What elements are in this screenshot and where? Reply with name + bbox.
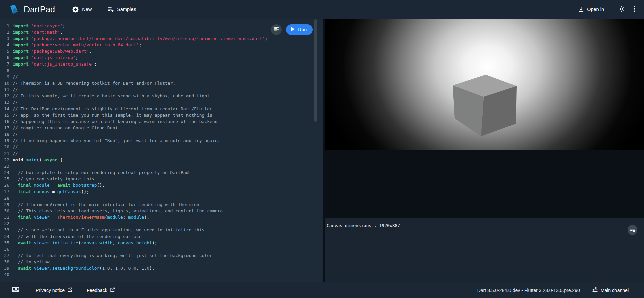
line-number: 5	[0, 48, 13, 54]
dartpad-logo-icon	[8, 3, 20, 16]
code-text: //	[13, 99, 18, 105]
code-line[interactable]: 33 // since we're not in a Flutter appli…	[0, 227, 323, 233]
code-text: import 'package:thermion_dart/thermion_d…	[13, 35, 267, 42]
code-line[interactable]: 38 // to yellow	[0, 259, 323, 265]
code-text: final module = await bootstrap();	[13, 182, 105, 188]
code-line[interactable]: 22void main() async {	[0, 157, 323, 163]
code-line[interactable]: 6import 'dart:js_interop';	[0, 54, 323, 61]
line-number: 23	[0, 163, 13, 169]
code-line[interactable]: 23	[0, 163, 323, 169]
code-line[interactable]: 10// Thermion is a 3D rendering toolkit …	[0, 80, 323, 86]
clear-console-icon	[630, 227, 635, 233]
code-line[interactable]: 21//	[0, 150, 323, 157]
feedback-label: Feedback	[87, 288, 107, 293]
code-line[interactable]: 31 final viewer = ThermionViewerWasm(mod…	[0, 214, 323, 220]
code-text: //	[13, 86, 18, 93]
code-line[interactable]: 18//	[0, 131, 323, 137]
code-line[interactable]: 14// The DartPad environment is slightly…	[0, 105, 323, 112]
channel-selector-button[interactable]: Main channel	[591, 285, 629, 296]
line-number: 7	[0, 61, 13, 67]
line-number: 24	[0, 169, 13, 176]
code-line[interactable]: 37 // to test that everything is working…	[0, 252, 323, 259]
code-text: import 'dart:async';	[13, 23, 65, 29]
code-line[interactable]: 36	[0, 246, 323, 252]
code-text: //	[13, 144, 18, 150]
code-line[interactable]: 17// compiler running on Google Cloud Ru…	[0, 125, 323, 131]
run-button[interactable]: Run	[286, 24, 313, 35]
kebab-menu-icon	[634, 6, 635, 13]
code-text: final viewer = ThermionViewerWasm(module…	[13, 214, 149, 220]
feedback-link[interactable]: Feedback	[86, 285, 115, 295]
code-text: await viewer.initialize(canvas.width, ca…	[13, 240, 157, 246]
code-text: // since we're not in a Flutter applicat…	[13, 227, 204, 233]
code-text: import 'dart:js_interop';	[13, 54, 78, 61]
code-line[interactable]: 35 await viewer.initialize(canvas.width,…	[0, 240, 323, 246]
playlist-add-icon	[107, 7, 114, 12]
code-line[interactable]: 27 final canvas = getCanvas();	[0, 188, 323, 195]
privacy-notice-link[interactable]: Privacy notice	[35, 285, 73, 295]
code-text: // compiler running on Google Cloud Run)…	[13, 125, 120, 131]
code-line[interactable]: 40	[0, 271, 323, 278]
code-line[interactable]: 7import 'dart:js_interop_unsafe';	[0, 61, 323, 67]
overflow-menu-button[interactable]	[631, 3, 638, 16]
code-line[interactable]: 32	[0, 220, 323, 227]
open-in-button[interactable]: Open in	[575, 4, 607, 15]
keyboard-shortcuts-button[interactable]	[10, 285, 21, 296]
code-text: // you can safely ignore this	[13, 176, 94, 182]
line-number: 40	[0, 271, 13, 278]
output-panel: Canvas dimensions : 644x298	[325, 19, 644, 282]
code-text: import 'dart:math';	[13, 29, 63, 35]
new-button[interactable]: New	[69, 4, 95, 15]
external-link-icon	[67, 287, 72, 293]
code-editor-panel: 1import 'dart:async';2import 'dart:math'…	[0, 19, 323, 282]
code-line[interactable]: 12// In this sample, we'll create a basi…	[0, 93, 323, 99]
code-line[interactable]: 8	[0, 67, 323, 74]
top-bar-actions: Open in	[575, 3, 638, 16]
code-text: import 'package:web/web.dart';	[13, 48, 92, 54]
line-number: 21	[0, 150, 13, 157]
code-text: //	[13, 131, 18, 137]
line-number: 30	[0, 208, 13, 214]
line-number: 11	[0, 86, 13, 93]
code-line[interactable]: 16// happening (this is because we aren'…	[0, 118, 323, 125]
line-number: 27	[0, 188, 13, 195]
code-line[interactable]: 15// app, so the first time you run this…	[0, 112, 323, 118]
line-number: 16	[0, 118, 13, 125]
code-text: // boilerplate to setup our rendering co…	[13, 169, 189, 176]
code-line[interactable]: 4import 'package:vector_math/vector_math…	[0, 42, 323, 48]
code-text: import 'dart:js_interop_unsafe';	[13, 61, 97, 67]
line-number: 10	[0, 80, 13, 86]
code-line[interactable]: 11//	[0, 86, 323, 93]
code-line[interactable]: 28	[0, 195, 323, 201]
render-canvas[interactable]	[325, 19, 644, 150]
clear-console-button[interactable]	[628, 225, 637, 235]
add-circle-icon	[72, 6, 79, 13]
line-number: 31	[0, 214, 13, 220]
code-line[interactable]: 25 // you can safely ignore this	[0, 176, 323, 182]
format-button[interactable]	[271, 24, 282, 35]
code-text: void main() async {	[13, 157, 63, 163]
code-line[interactable]: 29 // [ThermionViewer] is the main inter…	[0, 201, 323, 208]
editor-scrollbar-thumb[interactable]	[314, 19, 317, 122]
code-line[interactable]: 19// If nothing happens when you hit "Ru…	[0, 137, 323, 144]
code-line[interactable]: 3import 'package:thermion_dart/thermion_…	[0, 35, 323, 42]
code-text: // This class lets you load assets, ligh…	[13, 208, 225, 214]
code-text: //	[13, 150, 18, 157]
code-line[interactable]: 9//	[0, 74, 323, 80]
line-number: 3	[0, 35, 13, 42]
code-line[interactable]: 20//	[0, 144, 323, 150]
code-text: //	[13, 74, 18, 80]
samples-button[interactable]: Samples	[104, 4, 139, 15]
code-line[interactable]: 5import 'package:web/web.dart';	[0, 48, 323, 54]
code-line[interactable]: 34 // with the dimensions of the renderi…	[0, 233, 323, 240]
code-line[interactable]: 13//	[0, 99, 323, 105]
channel-label: Main channel	[601, 288, 629, 293]
line-number: 32	[0, 220, 13, 227]
code-line[interactable]: 26 final module = await bootstrap();	[0, 182, 323, 188]
code-editor[interactable]: 1import 'dart:async';2import 'dart:math'…	[0, 19, 323, 278]
code-line[interactable]: 39 await viewer.setBackgroundColor(1.0, …	[0, 265, 323, 271]
code-line[interactable]: 30 // This class lets you load assets, l…	[0, 208, 323, 214]
theme-brightness-button[interactable]	[615, 3, 628, 16]
code-line[interactable]: 24 // boilerplate to setup our rendering…	[0, 169, 323, 176]
rendered-cube	[451, 75, 517, 139]
